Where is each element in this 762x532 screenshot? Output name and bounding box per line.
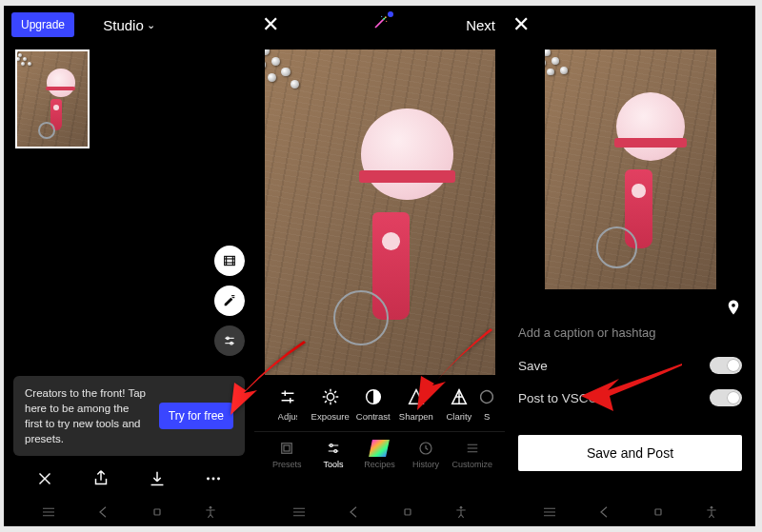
- accessibility-nav-icon[interactable]: [203, 504, 218, 523]
- svg-rect-29: [405, 509, 411, 515]
- studio-title: Studio: [103, 17, 144, 33]
- topbar: ✕ Next: [254, 6, 505, 44]
- svg-point-30: [460, 506, 463, 509]
- topbar: Upgrade Studio ⌄: [4, 6, 254, 44]
- svg-point-14: [211, 478, 214, 481]
- chevron-down-icon: ⌄: [147, 19, 155, 31]
- promo-banner: Creators to the front! Tap here to be am…: [13, 376, 245, 456]
- tool-label: Sharpen: [399, 411, 433, 422]
- post-toggle[interactable]: [710, 389, 742, 406]
- tab-label: Tools: [323, 460, 343, 469]
- filmstrip-icon[interactable]: [214, 246, 245, 276]
- menu-nav-icon[interactable]: [291, 503, 308, 524]
- tool-adjust[interactable]: Adjust: [266, 386, 309, 422]
- android-navbar: [254, 502, 505, 526]
- svg-point-13: [207, 478, 210, 481]
- topbar: ✕: [505, 6, 755, 44]
- studio-dropdown[interactable]: Studio ⌄: [103, 17, 155, 33]
- studio-bottom-bar: [4, 458, 254, 500]
- tool-row: Adjust Exposure Contrast Sharpen Clarity…: [254, 375, 505, 425]
- bottom-tabs: Presets Tools Recipes History Customize: [254, 431, 505, 469]
- tab-history[interactable]: History: [403, 440, 450, 469]
- save-row: Save: [505, 349, 755, 382]
- tool-label: Adjust: [278, 411, 297, 422]
- post-screen: ✕ Add a caption or hashtag Save Post to …: [505, 6, 755, 526]
- tab-label: History: [412, 460, 439, 469]
- post-label: Post to VSCO: [518, 391, 598, 405]
- home-nav-icon[interactable]: [650, 503, 667, 524]
- svg-point-21: [327, 393, 333, 400]
- back-nav-icon[interactable]: [345, 503, 362, 524]
- back-nav-icon[interactable]: [595, 503, 612, 524]
- svg-point-33: [711, 506, 713, 509]
- location-row: [505, 289, 755, 322]
- tool-label: Clarity: [446, 411, 471, 422]
- post-preview[interactable]: [545, 49, 716, 289]
- thumbnail-grid: [4, 44, 254, 154]
- save-toggle[interactable]: [710, 357, 742, 374]
- save-label: Save: [518, 359, 548, 373]
- tab-recipes[interactable]: Recipes: [356, 440, 403, 469]
- tab-label: Customize: [451, 460, 492, 469]
- try-for-free-button[interactable]: Try for free: [159, 403, 233, 429]
- magic-wand-icon[interactable]: [371, 13, 390, 36]
- home-nav-icon[interactable]: [149, 503, 166, 524]
- close-icon[interactable]: ✕: [262, 12, 289, 37]
- menu-nav-icon[interactable]: [541, 503, 558, 524]
- recipes-icon: [370, 440, 391, 457]
- android-navbar: [505, 502, 755, 526]
- editor-screen: ✕ Next Adjust: [254, 6, 505, 526]
- location-pin-icon[interactable]: [725, 299, 742, 320]
- tool-sharpen[interactable]: Sharpen: [394, 386, 437, 422]
- caption-input[interactable]: Add a caption or hashtag: [505, 322, 755, 349]
- svg-point-20: [386, 21, 387, 22]
- studio-screen: Upgrade Studio ⌄: [4, 6, 254, 526]
- menu-nav-icon[interactable]: [40, 503, 57, 524]
- photo-thumbnail[interactable]: [15, 49, 90, 148]
- android-navbar: [4, 502, 254, 526]
- tab-presets[interactable]: Presets: [264, 440, 311, 469]
- upgrade-button[interactable]: Upgrade: [11, 12, 74, 37]
- close-icon[interactable]: ✕: [512, 12, 539, 37]
- svg-point-18: [385, 16, 387, 18]
- tab-customize[interactable]: Customize: [449, 440, 495, 469]
- accessibility-nav-icon[interactable]: [453, 504, 469, 523]
- download-icon[interactable]: [138, 468, 176, 489]
- svg-point-31: [732, 304, 735, 307]
- editor-preview[interactable]: [265, 49, 495, 375]
- post-row: Post to VSCO: [505, 382, 755, 414]
- home-nav-icon[interactable]: [399, 503, 416, 524]
- tab-label: Presets: [272, 460, 302, 469]
- svg-rect-16: [154, 509, 160, 515]
- sliders-icon[interactable]: [214, 325, 245, 356]
- save-and-post-button[interactable]: Save and Post: [518, 435, 742, 471]
- edit-icon[interactable]: [214, 286, 245, 316]
- tool-label: S: [484, 411, 490, 422]
- more-icon[interactable]: [194, 468, 232, 489]
- close-icon[interactable]: [26, 468, 64, 489]
- banner-text: Creators to the front! Tap here to be am…: [25, 385, 150, 446]
- tool-label: Exposure: [311, 411, 350, 422]
- fab-column: [214, 246, 245, 356]
- tool-label: Contrast: [356, 411, 391, 422]
- tool-more[interactable]: S: [480, 386, 493, 422]
- tool-contrast[interactable]: Contrast: [351, 386, 394, 422]
- svg-point-15: [217, 478, 220, 481]
- back-nav-icon[interactable]: [94, 503, 111, 524]
- svg-point-19: [381, 16, 382, 17]
- svg-point-23: [481, 391, 493, 404]
- tab-label: Recipes: [364, 460, 395, 469]
- share-icon[interactable]: [82, 468, 120, 489]
- svg-rect-32: [655, 509, 661, 515]
- tab-tools[interactable]: Tools: [311, 440, 357, 469]
- tool-exposure[interactable]: Exposure: [309, 386, 351, 422]
- tool-clarity[interactable]: Clarity: [437, 386, 480, 422]
- svg-point-17: [210, 506, 212, 509]
- accessibility-nav-icon[interactable]: [704, 504, 719, 523]
- next-button[interactable]: Next: [466, 17, 495, 33]
- svg-rect-25: [284, 445, 290, 451]
- svg-rect-24: [282, 443, 292, 454]
